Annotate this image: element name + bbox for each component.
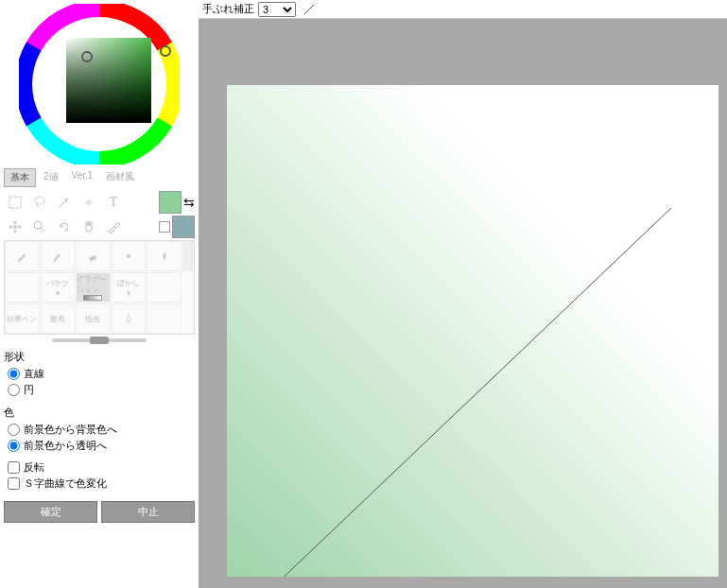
swap-colors-icon[interactable]: ⇆ bbox=[183, 195, 195, 210]
rotate-tool[interactable] bbox=[53, 216, 76, 238]
color-picker[interactable] bbox=[4, 4, 195, 164]
subtool-scatter[interactable]: 散布 bbox=[41, 303, 76, 334]
shape-title: 形状 bbox=[4, 348, 195, 366]
fg-swatch[interactable] bbox=[159, 191, 182, 214]
tool-grid-1: T ⇆ bbox=[4, 191, 195, 214]
tab-ver1[interactable]: Ver.1 bbox=[66, 168, 99, 187]
invert-check[interactable]: 反転 bbox=[4, 459, 195, 476]
subtool-brush[interactable] bbox=[41, 241, 76, 271]
subtool-blur2[interactable]: ぼかし bbox=[112, 272, 147, 303]
svg-rect-9 bbox=[9, 197, 21, 208]
tab-row: 基本 2値 Ver.1 画材風 bbox=[4, 168, 195, 187]
tool-grid-2 bbox=[4, 216, 195, 238]
shape-line-radio[interactable]: 直線 bbox=[4, 366, 195, 382]
hand-tool[interactable] bbox=[78, 216, 100, 238]
subtool-empty1[interactable] bbox=[5, 272, 40, 303]
wand-tool[interactable] bbox=[53, 191, 76, 214]
action-buttons: 確定 中止 bbox=[4, 501, 195, 523]
brush-size-slider[interactable] bbox=[52, 338, 147, 342]
svg-point-10 bbox=[35, 197, 44, 204]
subtool-blur[interactable] bbox=[147, 241, 182, 271]
tab-basic[interactable]: 基本 bbox=[4, 168, 36, 187]
stabilizer-select[interactable]: 3 bbox=[258, 2, 296, 17]
checks-section: 反転 Ｓ字曲線で色変化 bbox=[4, 459, 195, 492]
shape-circle-radio[interactable]: 円 bbox=[4, 382, 195, 398]
stabilizer-label: 手ぶれ補正 bbox=[202, 2, 254, 16]
subtool-nib[interactable] bbox=[112, 303, 147, 334]
canvas[interactable] bbox=[227, 85, 718, 577]
select-rect-tool[interactable] bbox=[4, 191, 26, 214]
subtool-finger[interactable]: 指先 bbox=[76, 303, 111, 334]
shape-section: 形状 直線 円 bbox=[4, 348, 195, 398]
bg-swatch[interactable] bbox=[172, 216, 195, 238]
svg-point-11 bbox=[34, 221, 42, 229]
scurve-check[interactable]: Ｓ字曲線で色変化 bbox=[4, 476, 195, 492]
svg-rect-12 bbox=[90, 255, 97, 262]
svg-rect-13 bbox=[127, 254, 130, 258]
lasso-tool[interactable] bbox=[28, 191, 51, 214]
text-tool[interactable]: T bbox=[102, 191, 125, 214]
canvas-toolbar: 手ぶれ補正 3 bbox=[199, 0, 727, 19]
tab-2val[interactable]: 2値 bbox=[38, 168, 64, 187]
subtool-panel: バケツ グラデーション ぼかし 効果ペン 散布 指先 bbox=[4, 240, 195, 335]
confirm-button[interactable]: 確定 bbox=[4, 501, 97, 523]
eyedropper-tool[interactable] bbox=[102, 216, 125, 238]
cancel-button[interactable]: 中止 bbox=[101, 501, 195, 523]
color-dir-section: 色 前景色から背景色へ 前景色から透明へ bbox=[4, 404, 195, 454]
subtool-scrollbar[interactable] bbox=[182, 241, 194, 271]
zoom-tool[interactable] bbox=[28, 216, 51, 238]
subtool-bucket[interactable]: バケツ bbox=[41, 272, 76, 303]
line-tool-icon[interactable] bbox=[300, 2, 319, 17]
canvas-viewport[interactable] bbox=[199, 19, 727, 588]
subtool-empty3[interactable] bbox=[147, 303, 182, 334]
subtool-eraser[interactable] bbox=[76, 241, 111, 271]
reset-swatch[interactable] bbox=[159, 221, 170, 233]
tab-material[interactable]: 画材風 bbox=[100, 168, 140, 187]
sidebar: 基本 2値 Ver.1 画材風 T ⇆ バケツ グラデー bbox=[0, 0, 199, 588]
svg-line-14 bbox=[304, 5, 314, 14]
subtool-gradient[interactable]: グラデーション bbox=[76, 272, 111, 303]
subtool-effect[interactable]: 効果ペン bbox=[5, 303, 40, 334]
move-tool[interactable] bbox=[4, 216, 26, 238]
subtool-dot[interactable] bbox=[112, 241, 147, 271]
color-fg-trans-radio[interactable]: 前景色から透明へ bbox=[4, 438, 195, 454]
svg-rect-8 bbox=[66, 38, 151, 123]
subtool-pen[interactable] bbox=[5, 241, 40, 271]
color-fg-bg-radio[interactable]: 前景色から背景色へ bbox=[4, 422, 195, 438]
color-dir-title: 色 bbox=[4, 404, 195, 422]
canvas-area: 手ぶれ補正 3 bbox=[199, 0, 727, 588]
bucket-tool[interactable] bbox=[78, 191, 100, 214]
subtool-empty2[interactable] bbox=[147, 272, 182, 303]
